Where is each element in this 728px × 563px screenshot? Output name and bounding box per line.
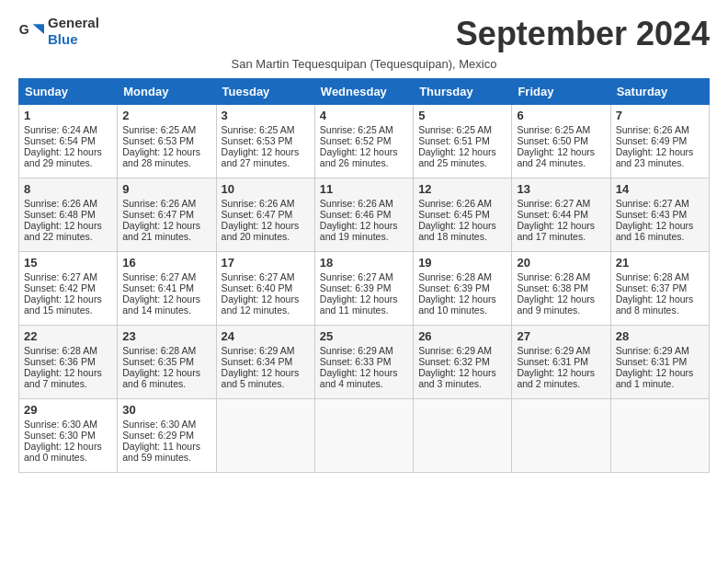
day-info-line: and 24 minutes. [517, 157, 605, 168]
calendar-cell: 23Sunrise: 6:28 AMSunset: 6:35 PMDayligh… [118, 326, 216, 399]
day-info-line: Sunrise: 6:29 AM [418, 345, 506, 356]
day-info-line: Sunrise: 6:26 AM [616, 124, 704, 135]
calendar-cell: 17Sunrise: 6:27 AMSunset: 6:40 PMDayligh… [216, 252, 314, 326]
calendar-cell [610, 399, 709, 473]
day-info-line: Sunset: 6:46 PM [320, 209, 408, 220]
day-info-line: Daylight: 11 hours [122, 441, 210, 452]
day-info-line: Sunset: 6:53 PM [122, 135, 210, 146]
calendar-cell: 10Sunrise: 6:26 AMSunset: 6:47 PMDayligh… [216, 178, 314, 252]
calendar-cell: 19Sunrise: 6:28 AMSunset: 6:39 PMDayligh… [414, 252, 512, 326]
calendar-cell: 7Sunrise: 6:26 AMSunset: 6:49 PMDaylight… [610, 105, 709, 178]
day-info-line: Sunrise: 6:25 AM [222, 124, 310, 135]
calendar-week-row: 1Sunrise: 6:24 AMSunset: 6:54 PMDaylight… [19, 105, 710, 178]
day-info-line: Sunset: 6:29 PM [122, 430, 210, 441]
day-info-line: Daylight: 12 hours [418, 367, 506, 378]
day-number: 4 [320, 109, 408, 122]
day-number: 25 [320, 329, 408, 343]
day-info-line: Sunrise: 6:28 AM [122, 345, 210, 356]
svg-text:G: G [19, 22, 29, 37]
day-info-line: and 16 minutes. [616, 231, 704, 242]
day-info-line: Sunset: 6:51 PM [418, 135, 506, 146]
day-number: 19 [418, 256, 506, 270]
day-info-line: Sunset: 6:48 PM [24, 209, 112, 220]
day-info-line: and 4 minutes. [320, 378, 408, 389]
day-info-line: Daylight: 12 hours [122, 367, 210, 378]
weekday-header-friday: Friday [512, 79, 610, 105]
day-info-line: Sunrise: 6:30 AM [122, 419, 210, 430]
day-number: 1 [24, 109, 112, 122]
logo-line1: General [48, 15, 99, 31]
day-number: 26 [418, 329, 506, 343]
day-info-line: Daylight: 12 hours [616, 367, 704, 378]
day-number: 9 [122, 182, 210, 196]
day-info-line: Sunrise: 6:25 AM [418, 124, 506, 135]
calendar-cell: 16Sunrise: 6:27 AMSunset: 6:41 PMDayligh… [118, 252, 216, 326]
day-info-line: Daylight: 12 hours [24, 220, 112, 231]
day-info-line: and 23 minutes. [616, 157, 704, 168]
day-info-line: Sunrise: 6:27 AM [222, 271, 310, 282]
day-info-line: Daylight: 12 hours [616, 220, 704, 231]
calendar-week-row: 8Sunrise: 6:26 AMSunset: 6:48 PMDaylight… [19, 178, 710, 252]
weekday-header-row: SundayMondayTuesdayWednesdayThursdayFrid… [19, 79, 710, 105]
day-info-line: Sunrise: 6:29 AM [320, 345, 408, 356]
calendar-cell: 1Sunrise: 6:24 AMSunset: 6:54 PMDaylight… [19, 105, 118, 178]
calendar-cell: 9Sunrise: 6:26 AMSunset: 6:47 PMDaylight… [118, 178, 216, 252]
calendar-cell: 5Sunrise: 6:25 AMSunset: 6:51 PMDaylight… [414, 105, 512, 178]
day-info-line: and 1 minute. [616, 378, 704, 389]
day-info-line: and 28 minutes. [122, 157, 210, 168]
day-info-line: Sunset: 6:54 PM [24, 135, 112, 146]
day-info-line: Sunrise: 6:30 AM [24, 419, 112, 430]
day-info-line: Daylight: 12 hours [517, 146, 605, 157]
day-number: 5 [418, 109, 506, 122]
day-info-line: Daylight: 12 hours [418, 293, 506, 304]
day-info-line: Daylight: 12 hours [517, 293, 605, 304]
weekday-header-saturday: Saturday [610, 79, 709, 105]
calendar-cell: 8Sunrise: 6:26 AMSunset: 6:48 PMDaylight… [19, 178, 118, 252]
day-number: 10 [222, 182, 310, 196]
day-info-line: Daylight: 12 hours [616, 146, 704, 157]
day-info-line: and 12 minutes. [222, 304, 310, 316]
day-info-line: Sunrise: 6:27 AM [517, 198, 605, 209]
day-info-line: Daylight: 12 hours [320, 146, 408, 157]
day-info-line: Daylight: 12 hours [616, 293, 704, 304]
day-info-line: Sunrise: 6:29 AM [517, 345, 605, 356]
day-info-line: Daylight: 12 hours [122, 220, 210, 231]
day-info-line: and 21 minutes. [122, 231, 210, 242]
day-info-line: and 14 minutes. [122, 304, 210, 316]
day-number: 13 [517, 182, 605, 196]
day-info-line: Sunrise: 6:26 AM [122, 198, 210, 209]
day-info-line: Sunrise: 6:26 AM [418, 198, 506, 209]
day-number: 11 [320, 182, 408, 196]
weekday-header-sunday: Sunday [19, 79, 118, 105]
day-info-line: and 22 minutes. [24, 231, 112, 242]
day-number: 6 [517, 109, 605, 122]
day-info-line: and 7 minutes. [24, 378, 112, 389]
day-info-line: and 20 minutes. [222, 231, 310, 242]
day-info-line: Daylight: 12 hours [320, 220, 408, 231]
day-info-line: and 26 minutes. [320, 157, 408, 168]
day-number: 22 [24, 329, 112, 343]
calendar-cell: 15Sunrise: 6:27 AMSunset: 6:42 PMDayligh… [19, 252, 118, 326]
day-info-line: and 3 minutes. [418, 378, 506, 389]
calendar-cell: 25Sunrise: 6:29 AMSunset: 6:33 PMDayligh… [314, 326, 413, 399]
svg-marker-2 [33, 24, 44, 34]
day-info-line: Sunset: 6:39 PM [320, 282, 408, 293]
day-info-line: Sunset: 6:41 PM [122, 282, 210, 293]
day-info-line: Sunrise: 6:26 AM [24, 198, 112, 209]
day-number: 7 [616, 109, 704, 122]
day-info-line: and 0 minutes. [24, 452, 112, 463]
day-info-line: Daylight: 12 hours [122, 146, 210, 157]
day-info-line: Daylight: 12 hours [24, 367, 112, 378]
weekday-header-wednesday: Wednesday [314, 79, 413, 105]
day-number: 16 [122, 256, 210, 270]
day-info-line: Sunset: 6:38 PM [517, 282, 605, 293]
day-info-line: Daylight: 12 hours [24, 293, 112, 304]
day-info-line: Sunrise: 6:28 AM [24, 345, 112, 356]
day-info-line: Sunset: 6:44 PM [517, 209, 605, 220]
day-info-line: Sunrise: 6:25 AM [517, 124, 605, 135]
day-info-line: Sunset: 6:31 PM [517, 356, 605, 367]
day-number: 15 [24, 256, 112, 270]
day-info-line: and 10 minutes. [418, 304, 506, 316]
calendar-cell: 24Sunrise: 6:29 AMSunset: 6:34 PMDayligh… [216, 326, 314, 399]
calendar-table: SundayMondayTuesdayWednesdayThursdayFrid… [18, 78, 710, 473]
